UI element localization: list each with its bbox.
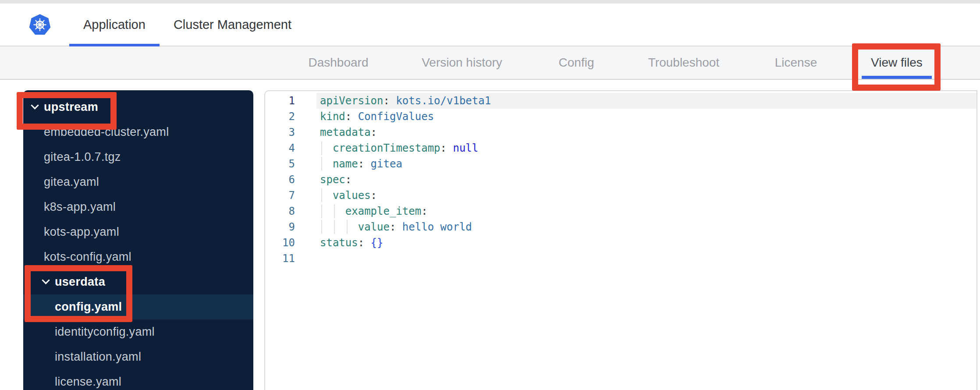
file-tree: upstreamembedded-cluster.yamlgitea-1.0.7… — [23, 90, 253, 390]
code-line: 4 creationTimestamp: null — [265, 140, 976, 156]
tree-item-kots-config-yaml[interactable]: kots-config.yaml — [23, 245, 253, 269]
nav-tab-view-files[interactable]: View files — [871, 46, 923, 79]
line-number: 10 — [265, 235, 296, 251]
nav-tab-version-history[interactable]: Version history — [422, 46, 502, 79]
tab-cluster-management[interactable]: Cluster Management — [160, 4, 305, 46]
code-line: 5 name: gitea — [265, 156, 976, 172]
code-text: example_item: — [296, 203, 976, 219]
code-text: metadata: — [296, 124, 976, 140]
folder-label: upstream — [44, 100, 98, 114]
code-editor[interactable]: 1apiVersion: kots.io/v1beta12kind: Confi… — [264, 90, 977, 390]
code-text: spec: — [296, 172, 976, 188]
nav-tab-dashboard[interactable]: Dashboard — [309, 46, 369, 79]
line-number: 11 — [265, 251, 296, 266]
tree-item-config-yaml[interactable]: config.yaml — [23, 294, 253, 319]
file-label: identityconfig.yaml — [55, 325, 155, 339]
kubernetes-logo-icon[interactable] — [28, 12, 52, 38]
code-line: 6spec: — [265, 172, 976, 188]
line-number: 8 — [265, 203, 296, 219]
code-line: 10status: {} — [265, 235, 976, 251]
line-number: 3 — [265, 124, 296, 140]
code-line: 3metadata: — [265, 124, 976, 140]
tree-item-kots-app-yaml[interactable]: kots-app.yaml — [23, 220, 253, 245]
code-line: 9 value: hello world — [265, 219, 976, 235]
tab-application[interactable]: Application — [69, 4, 160, 46]
nav-tab-license[interactable]: License — [775, 46, 817, 79]
code-text: status: {} — [296, 235, 976, 251]
file-label: kots-config.yaml — [44, 250, 131, 264]
tree-item-installation-yaml[interactable]: installation.yaml — [23, 344, 253, 369]
line-number: 7 — [265, 188, 296, 203]
primary-tabs: ApplicationCluster Management — [69, 4, 305, 46]
code-line: 11 — [265, 251, 976, 266]
line-number: 6 — [265, 172, 296, 188]
file-label: embedded-cluster.yaml — [44, 125, 169, 139]
secondary-nav: DashboardVersion historyConfigTroublesho… — [0, 46, 980, 80]
nav-tab-troubleshoot[interactable]: Troubleshoot — [648, 46, 719, 79]
code-text: apiVersion: kots.io/v1beta1 — [296, 93, 976, 109]
tree-item-upstream[interactable]: upstream — [23, 95, 253, 120]
tree-item-license-yaml[interactable]: license.yaml — [23, 369, 253, 390]
line-number: 2 — [265, 109, 296, 124]
code-text: kind: ConfigValues — [296, 109, 976, 124]
file-label: gitea-1.0.7.tgz — [44, 150, 121, 164]
line-number: 1 — [265, 93, 296, 109]
code-text: creationTimestamp: null — [296, 140, 976, 156]
nav-tab-config[interactable]: Config — [559, 46, 594, 79]
tree-item-gitea-yaml[interactable]: gitea.yaml — [23, 170, 253, 195]
line-number: 4 — [265, 140, 296, 156]
code-line: 8 example_item: — [265, 203, 976, 219]
code-line: 7 values: — [265, 188, 976, 203]
code-text: values: — [296, 188, 976, 203]
file-label: gitea.yaml — [44, 175, 99, 189]
tree-item-embedded-cluster-yaml[interactable]: embedded-cluster.yaml — [23, 120, 253, 145]
code-line: 2kind: ConfigValues — [265, 109, 976, 124]
tree-item-identityconfig-yaml[interactable]: identityconfig.yaml — [23, 319, 253, 344]
code-text: value: hello world — [296, 219, 976, 235]
line-number: 9 — [265, 219, 296, 235]
file-label: config.yaml — [55, 300, 122, 314]
file-label: installation.yaml — [55, 350, 141, 364]
tree-item-userdata[interactable]: userdata — [23, 269, 253, 294]
file-label: kots-app.yaml — [44, 225, 119, 239]
code-line: 1apiVersion: kots.io/v1beta1 — [265, 93, 976, 109]
browser-chrome-edge — [0, 0, 980, 4]
chevron-down-icon — [31, 101, 39, 109]
chevron-down-icon — [42, 276, 50, 284]
file-label: k8s-app.yaml — [44, 200, 116, 214]
line-number: 5 — [265, 156, 296, 172]
code-text: name: gitea — [296, 156, 976, 172]
folder-label: userdata — [55, 275, 105, 289]
file-label: license.yaml — [55, 375, 121, 389]
app-header: ApplicationCluster Management — [0, 4, 980, 46]
tree-item-gitea-1-0-7-tgz[interactable]: gitea-1.0.7.tgz — [23, 145, 253, 170]
tree-item-k8s-app-yaml[interactable]: k8s-app.yaml — [23, 195, 253, 220]
